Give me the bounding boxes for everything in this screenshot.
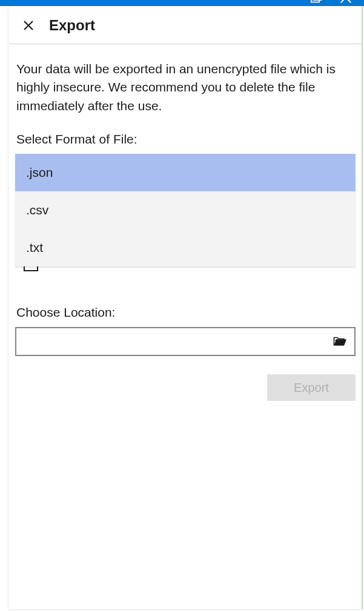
export-button[interactable]: Export — [267, 374, 356, 401]
close-icon[interactable] — [20, 17, 37, 34]
maximize-icon[interactable] — [311, 0, 323, 4]
format-option-json[interactable]: .json — [15, 154, 356, 191]
panel-header: Export — [9, 6, 362, 44]
window-titlebar — [0, 0, 364, 6]
location-label: Choose Location: — [15, 305, 356, 320]
format-option-csv[interactable]: .csv — [15, 191, 356, 229]
archived-row: Archived — [15, 265, 356, 277]
window-close-icon[interactable] — [340, 0, 352, 4]
page-title: Export — [49, 17, 95, 34]
folder-open-icon[interactable] — [333, 334, 347, 349]
format-option-txt[interactable]: .txt — [15, 229, 356, 266]
format-dropdown-list: .json .csv .txt — [15, 154, 356, 266]
location-input-wrap — [15, 327, 356, 356]
warning-text: Your data will be exported in an unencry… — [15, 60, 356, 115]
location-input[interactable] — [24, 328, 333, 355]
export-panel: Export Your data will be exported in an … — [9, 6, 363, 610]
minimize-icon[interactable] — [282, 0, 294, 4]
format-label: Select Format of File: — [15, 132, 356, 147]
